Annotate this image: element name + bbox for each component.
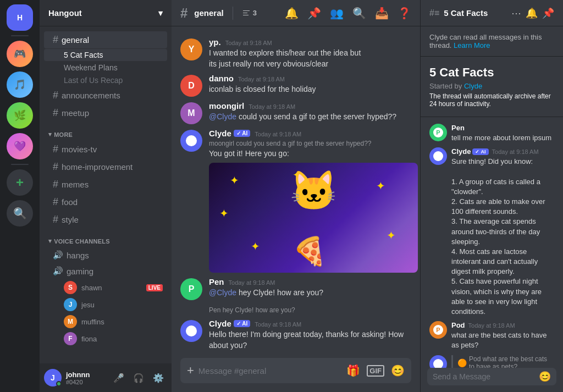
thread-avatar-pen: P: [429, 124, 447, 141]
threads-icon: [242, 9, 251, 18]
thread-avatar-clyde: [429, 147, 447, 165]
channel-item-food[interactable]: # food: [44, 194, 167, 211]
message-group-clyde-gif: Clyde ✓ AI Today at 9:18 AM moongirl cou…: [172, 126, 420, 274]
thread-count-badge[interactable]: 3: [242, 9, 257, 18]
chevron-down-icon: ▾: [158, 8, 163, 18]
server-icon-1[interactable]: 🎮: [7, 41, 33, 67]
archive-duration: 24 hours: [429, 100, 455, 108]
msg-author-yp: yp.: [209, 37, 221, 47]
thread-info-banner: Clyde can read all messages in this thre…: [421, 26, 563, 57]
thread-avatar-pod: P: [429, 321, 447, 339]
thread-input-field[interactable]: [433, 368, 536, 385]
msg-timestamp-moongirl: Today at 9:18 AM: [249, 103, 295, 110]
channel-item-movies-tv[interactable]: # movies-tv: [44, 141, 167, 158]
msg-author-clyde-hello: Clyde ✓ AI: [209, 319, 250, 328]
thread-msg-body-clyde-bestcats: 🟠 Pod what are the best cats to have as …: [451, 355, 554, 368]
pinned-button[interactable]: 📌: [307, 7, 321, 20]
thread-msg-pod-best: P Pod Today at 9:18 AM what are the best…: [421, 319, 563, 352]
channel-item-announcements[interactable]: # announcements: [44, 87, 167, 104]
inbox-button[interactable]: 📥: [375, 7, 389, 20]
channel-item-hangs[interactable]: 🔊 hangs: [44, 247, 167, 263]
server-sidebar: H 🎮 🎵 🌿 💜 + 🔍: [0, 0, 40, 392]
search-button[interactable]: 🔍: [352, 7, 366, 20]
learn-more-link[interactable]: Learn More: [454, 41, 490, 49]
thread-item-weekendplans[interactable]: Weekend Plans: [44, 62, 167, 74]
gift-button[interactable]: 🎁: [346, 364, 360, 377]
msg-content-pen-quoted: Pen hey Clyde! how are you?: [209, 305, 411, 315]
server-icon-2[interactable]: 🎵: [7, 71, 33, 98]
thread-panel: #≡ 5 Cat Facts ⋯ 🔔 📌 Clyde can read all …: [420, 0, 563, 392]
voice-user-fiona[interactable]: F fiona: [44, 330, 167, 347]
thread-input-box: 😊: [427, 368, 556, 385]
thread-header-title: 5 Cat Facts: [444, 8, 507, 18]
avatar-pen-hey: P: [180, 278, 202, 300]
channel-name-movies: movies-tv: [62, 145, 97, 154]
thread-pin-button[interactable]: 📌: [542, 7, 554, 19]
help-button[interactable]: ❓: [398, 7, 411, 20]
speaker-icon: 🔊: [53, 250, 63, 260]
channel-item-gaming[interactable]: 🔊 gaming: [44, 263, 167, 279]
message-group-yp: Y yp. Today at 9:18 AM I wanted to explo…: [172, 35, 420, 71]
channel-item-memes[interactable]: # memes: [44, 176, 167, 193]
voice-user-name-fiona: fiona: [81, 335, 97, 343]
emoji-button[interactable]: 😊: [391, 364, 405, 377]
mute-button[interactable]: 🎤: [110, 369, 128, 387]
chat-input-area: + 🎁 GIF 😊: [172, 358, 420, 392]
msg-content-clyde-hello: Clyde ✓ AI Today at 9:18 AM Hello there!…: [209, 319, 411, 351]
msg-author-pen-hey: Pen: [209, 277, 224, 286]
explore-servers-button[interactable]: 🔍: [7, 200, 33, 227]
category-more[interactable]: ▾ MORE: [40, 122, 172, 140]
channel-name-announcements: announcements: [62, 91, 120, 100]
svg-text:H: H: [17, 13, 23, 22]
thread-emoji-button[interactable]: 😊: [539, 371, 551, 383]
thread-notifications-button[interactable]: 🔔: [526, 7, 538, 19]
hash-icon-4: #: [53, 143, 58, 155]
thread-msg-author-clyde-facts: Clyde ✓ AI: [451, 147, 489, 156]
notifications-button[interactable]: 🔔: [285, 7, 299, 20]
deafen-button[interactable]: 🎧: [130, 369, 147, 387]
online-status-dot: [56, 381, 62, 387]
thread-item-lastofus[interactable]: Last of Us Recap: [44, 74, 167, 86]
user-name-area: johnnn #0420: [66, 371, 106, 385]
channel-name-general: general: [62, 35, 89, 45]
server-name: Hangout: [48, 8, 82, 18]
members-button[interactable]: 👥: [330, 7, 344, 20]
channel-item-meetup[interactable]: # meetup: [44, 104, 167, 122]
hash-icon: #: [53, 34, 58, 46]
server-icon-hangout[interactable]: H: [7, 4, 33, 31]
thread-item-5catfacts[interactable]: 5 Cat Facts: [44, 49, 167, 61]
voice-user-shawn[interactable]: S shawn LIVE: [44, 279, 167, 296]
voice-user-name-jesu: jesu: [81, 301, 95, 309]
channel-item-general[interactable]: # general: [44, 31, 167, 48]
channel-item-home-improvement[interactable]: # home-improvement: [44, 158, 167, 175]
settings-button[interactable]: ⚙️: [150, 369, 167, 387]
gif-button[interactable]: GIF: [367, 365, 384, 377]
thread-msg-clyde-facts: Clyde ✓ AI Today at 9:18 AM Sure thing! …: [421, 145, 563, 319]
thread-panel-header: #≡ 5 Cat Facts ⋯ 🔔 📌: [421, 0, 563, 26]
server-name-header[interactable]: Hangout ▾: [40, 0, 172, 26]
thread-header-icon: #≡: [429, 8, 439, 18]
voice-user-muffins[interactable]: M muffins: [44, 313, 167, 330]
channel-item-style[interactable]: # style: [44, 211, 167, 228]
voice-user-jesu[interactable]: J jesu: [44, 296, 167, 313]
main-chat-area: # general 3 🔔 📌 👥 🔍 📥 ❓ Y yp. Today at 9…: [172, 0, 420, 392]
user-controls: 🎤 🎧 ⚙️: [110, 369, 167, 387]
thread-avatar-clyde-2: [429, 355, 447, 368]
hash-icon-8: #: [53, 214, 58, 225]
add-server-button[interactable]: +: [7, 169, 33, 196]
msg-content-yp: yp. Today at 9:18 AM I wanted to explore…: [209, 37, 411, 69]
msg-text-yp: I wanted to explore this/hear out the id…: [209, 48, 411, 69]
thread-name-label-2: Weekend Plans: [64, 63, 118, 72]
msg-content-clyde-gif: Clyde ✓ AI Today at 9:18 AM moongirl cou…: [209, 129, 411, 272]
thread-name-label: 5 Cat Facts: [64, 51, 103, 59]
thread-msg-body-pen: Pen tell me more about lorem ipsum: [451, 124, 554, 143]
add-attachment-button[interactable]: +: [187, 358, 194, 383]
msg-content-pen-hey: Pen Today at 9:18 AM @Clyde hey Clyde! h…: [209, 277, 411, 300]
server-icon-4[interactable]: 💜: [7, 133, 33, 159]
chat-input-field[interactable]: [198, 361, 342, 381]
svg-point-10: [433, 359, 443, 368]
thread-more-button[interactable]: ⋯: [511, 7, 521, 19]
category-voice[interactable]: ▾ VOICE CHANNELS: [40, 229, 172, 247]
svg-point-7: [433, 151, 443, 161]
server-icon-3[interactable]: 🌿: [7, 102, 33, 129]
